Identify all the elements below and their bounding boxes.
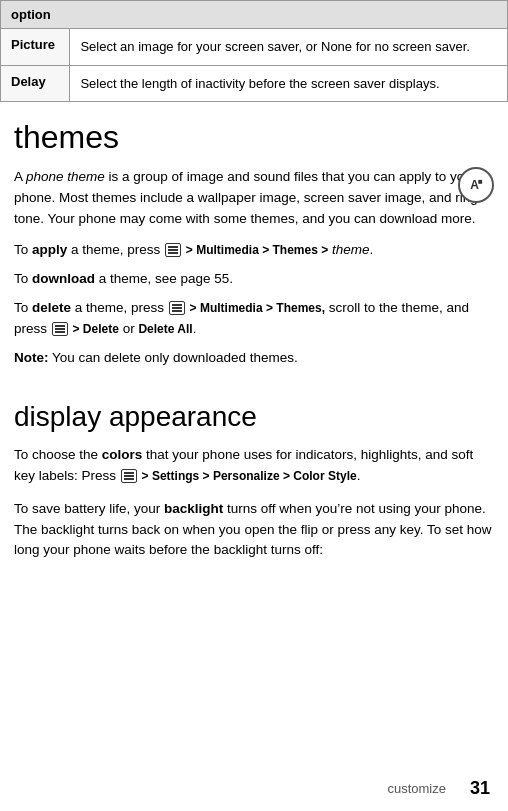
display-section: display appearance To choose the colors … [0, 401, 508, 588]
download-line: To download a theme, see page 55. [14, 269, 494, 290]
menu-icon-1 [165, 243, 181, 257]
delete-bold: delete [32, 300, 71, 315]
menu-icon-2 [169, 301, 185, 315]
theme-icon-circle: A■ [458, 167, 494, 203]
theme-italic: theme [332, 242, 370, 257]
delete-options-label: > Delete [73, 322, 119, 336]
themes-title: themes [14, 120, 494, 155]
footer-page: 31 [470, 778, 490, 799]
option-label-delay: Delay [1, 65, 70, 102]
option-desc-delay: Select the length of inactivity before t… [70, 65, 508, 102]
note-label: Note: [14, 350, 49, 365]
themes-intro-paragraph: A phone theme is a group of image and so… [14, 167, 494, 230]
delete-all-label: Delete All [138, 322, 192, 336]
option-desc-picture: Select an image for your screen saver, o… [70, 29, 508, 66]
table-header: option [1, 1, 508, 29]
note-line: Note: You can delete only downloaded the… [14, 348, 494, 369]
multimedia-label: > Multimedia > Themes > [186, 243, 328, 257]
backlight-paragraph: To save battery life, your backlight tur… [14, 499, 494, 562]
display-title: display appearance [14, 401, 494, 433]
settings-personalize-label: > Settings > Personalize > Color Style [142, 469, 357, 483]
themes-section: themes A phone theme is a group of image… [0, 120, 508, 401]
download-bold: download [32, 271, 95, 286]
table-row: Picture Select an image for your screen … [1, 29, 508, 66]
page-footer: customize 31 [18, 778, 490, 799]
none-bold: None [321, 39, 352, 54]
phone-theme-italic: phone theme [26, 169, 105, 184]
option-label-picture: Picture [1, 29, 70, 66]
themes-intro-text: A phone theme is a group of image and so… [14, 169, 478, 226]
apply-line: To apply a theme, press > Multimedia > T… [14, 240, 494, 261]
colors-bold: colors [102, 447, 143, 462]
menu-icon-4 [121, 469, 137, 483]
backlight-bold: backlight [164, 501, 223, 516]
apply-bold: apply [32, 242, 67, 257]
table-row: Delay Select the length of inactivity be… [1, 65, 508, 102]
icon-a-text: A■ [470, 176, 482, 195]
options-table: option Picture Select an image for your … [0, 0, 508, 102]
delete-line: To delete a theme, press > Multimedia > … [14, 298, 494, 340]
menu-icon-3 [52, 322, 68, 336]
picture-desc-text: Select an image for your screen saver, o… [80, 39, 469, 54]
footer-label: customize [387, 781, 446, 796]
multimedia-themes-label: > Multimedia > Themes, [190, 301, 325, 315]
colors-paragraph: To choose the colors that your phone use… [14, 445, 494, 487]
